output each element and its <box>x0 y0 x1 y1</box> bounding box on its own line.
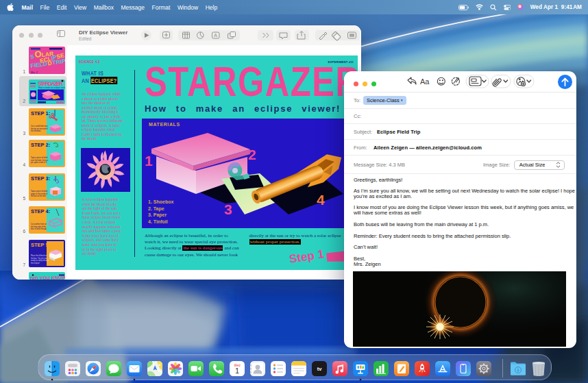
svg-text:over the hole. Using a: over the hole. Using a <box>31 159 49 162</box>
svg-text:DID YOU KNOW: DID YOU KNOW <box>30 275 65 280</box>
svg-text:ready to safely observe: ready to safely observe <box>31 259 49 262</box>
svg-text:tv: tv <box>317 366 322 372</box>
svg-text:the box. You are now: the box. You are now <box>31 256 47 259</box>
svg-text:the box on the end.: the box on the end. <box>31 195 46 197</box>
svg-text:the long side of the: the long side of the <box>31 225 46 227</box>
svg-text:STEP 2:: STEP 2: <box>31 142 50 148</box>
svg-text:How to make an eclipse viewer!: How to make an eclipse viewer! <box>38 86 65 89</box>
svg-text:4: 4 <box>317 192 325 208</box>
svg-text:STEP 5:: STEP 5: <box>31 242 50 248</box>
svg-text:Cut a small hole near: Cut a small hole near <box>31 125 48 127</box>
svg-text:the top on one end of: the top on one end of <box>31 127 48 130</box>
svg-text:1: 1 <box>145 153 153 169</box>
svg-text:STEP 4:: STEP 4: <box>31 208 50 214</box>
svg-text:2: 2 <box>248 147 256 162</box>
svg-text:pin, poke a hole in it.: pin, poke a hole in it. <box>31 161 47 164</box>
svg-text:Tape a piece of white: Tape a piece of white <box>31 190 48 193</box>
svg-text:STEP 1:: STEP 1: <box>31 110 50 116</box>
svg-text:Mrs. Z: Mrs. Z <box>31 71 38 74</box>
svg-text:1: 1 <box>235 367 239 375</box>
svg-text:the shoebox.: the shoebox. <box>31 129 41 132</box>
svg-text:STEP 3:: STEP 3: <box>31 175 50 182</box>
svg-text:A: A <box>214 32 217 38</box>
svg-text:Cut another hole on: Cut another hole on <box>31 223 47 225</box>
svg-text:Aa: Aa <box>420 77 430 86</box>
svg-text:Tape a piece of tinfoil: Tape a piece of tinfoil <box>31 156 48 159</box>
svg-text:paper to the inside of: paper to the inside of <box>31 192 48 195</box>
svg-text:box, to look through.: box, to look through. <box>31 227 47 230</box>
svg-text:3: 3 <box>224 201 232 217</box>
svg-text:the eclipse!: the eclipse! <box>31 261 40 264</box>
svg-text:Place the lid back on: Place the lid back on <box>31 254 47 257</box>
